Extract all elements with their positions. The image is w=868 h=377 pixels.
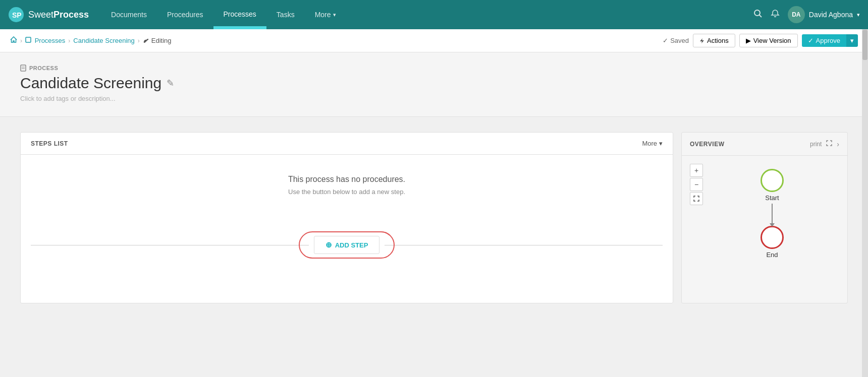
process-title: Candidate Screening ✎ — [20, 75, 848, 92]
user-menu[interactable]: DA David Agbona ▾ — [788, 6, 860, 23]
play-icon-small: ▶ — [746, 37, 751, 44]
print-button[interactable]: print — [810, 141, 822, 148]
avatar: DA — [788, 6, 805, 23]
svg-text:SP: SP — [12, 11, 22, 19]
nav-documents[interactable]: Documents — [101, 0, 157, 29]
saved-status: ✓ Saved — [663, 37, 689, 44]
notifications-button[interactable] — [771, 9, 780, 21]
home-icon — [10, 36, 17, 43]
zoom-controls: + − — [690, 164, 703, 205]
process-type-label: PROCESS — [20, 65, 848, 72]
nav-tasks[interactable]: Tasks — [266, 0, 305, 29]
process-header: PROCESS Candidate Screening ✎ Click to a… — [0, 52, 868, 117]
svg-line-3 — [759, 15, 762, 17]
nav-procedures[interactable]: Procedures — [157, 0, 213, 29]
candidate-screening-breadcrumb[interactable]: Candidate Screening — [73, 37, 134, 44]
overview-body: + − Start — [682, 156, 847, 297]
processes-icon — [25, 37, 31, 43]
pencil-icon — [143, 38, 149, 44]
zoom-out-button[interactable]: − — [690, 178, 703, 191]
svg-rect-4 — [26, 37, 31, 42]
overview-actions: print › — [810, 140, 839, 148]
top-nav: SP SweetProcess Documents Procedures Pro… — [0, 0, 868, 29]
breadcrumb: › Processes › Candidate Screening › Edit… — [10, 36, 172, 45]
approve-split-button: ✓ Approve ▾ — [802, 34, 858, 47]
add-step-button[interactable]: ⊕ ADD STEP — [314, 236, 380, 254]
svg-marker-5 — [700, 38, 704, 43]
main-content: STEPS LIST More ▾ This process has no pr… — [0, 117, 868, 319]
view-version-button[interactable]: ▶ View Version — [739, 34, 798, 47]
overview-header: OVERVIEW print › — [682, 133, 847, 156]
search-icon — [753, 9, 763, 18]
process-description[interactable]: Click to add tags or description... — [20, 95, 848, 102]
add-step-row: ⊕ ADD STEP — [21, 231, 673, 259]
flow-diagram: Start End — [705, 164, 839, 259]
start-circle — [761, 169, 784, 192]
steps-list-title: STEPS LIST — [31, 140, 68, 147]
start-label: Start — [765, 194, 779, 202]
actions-button[interactable]: Actions — [693, 34, 735, 47]
overview-title: OVERVIEW — [690, 141, 724, 148]
nav-right: DA David Agbona ▾ — [753, 6, 860, 23]
nav-items: Documents Procedures Processes Tasks Mor… — [101, 0, 753, 29]
add-step-line-right — [385, 245, 663, 245]
end-node: End — [761, 226, 784, 259]
nav-more[interactable]: More ▾ — [305, 0, 346, 29]
process-document-icon — [20, 65, 26, 72]
add-step-line-left — [31, 245, 309, 245]
nav-processes[interactable]: Processes — [213, 0, 266, 29]
steps-list-panel: STEPS LIST More ▾ This process has no pr… — [20, 132, 673, 303]
next-overview-button[interactable]: › — [837, 140, 839, 148]
bell-icon — [771, 9, 780, 18]
title-edit-icon[interactable]: ✎ — [167, 78, 174, 89]
current-breadcrumb: Editing — [143, 37, 172, 44]
steps-more-button[interactable]: More ▾ — [642, 140, 663, 147]
user-dropdown-icon: ▾ — [857, 12, 860, 18]
fit-view-button[interactable] — [690, 192, 703, 205]
steps-list-body: This process has no procedures. Use the … — [21, 155, 673, 231]
expand-overview-button[interactable] — [826, 140, 833, 148]
logo[interactable]: SP SweetProcess — [8, 7, 89, 23]
home-breadcrumb[interactable] — [10, 36, 17, 45]
plus-circle-icon: ⊕ — [326, 240, 332, 249]
approve-dropdown-button[interactable]: ▾ — [846, 34, 858, 47]
caret-down-icon: ▾ — [850, 37, 854, 44]
no-procedures-title: This process has no procedures. — [31, 175, 663, 184]
sep2: › — [68, 37, 70, 44]
approve-check-icon: ✓ — [808, 37, 813, 44]
zoom-in-button[interactable]: + — [690, 164, 703, 177]
user-name: David Agbona — [809, 11, 853, 19]
svg-point-2 — [754, 10, 760, 16]
flow-arrow — [772, 204, 773, 224]
sep3: › — [138, 37, 140, 44]
svg-rect-6 — [21, 65, 26, 71]
overview-panel: OVERVIEW print › + − — [681, 132, 848, 303]
steps-more-chevron-icon: ▾ — [659, 140, 663, 147]
scrollbar-thumb — [862, 30, 867, 60]
right-scrollbar[interactable] — [862, 29, 868, 319]
logo-text: SweetProcess — [28, 10, 89, 20]
logo-icon: SP — [8, 7, 24, 23]
expand-icon — [826, 140, 833, 147]
breadcrumb-bar: › Processes › Candidate Screening › Edit… — [0, 29, 868, 52]
steps-list-header: STEPS LIST More ▾ — [21, 133, 673, 155]
checkmark-icon: ✓ — [663, 37, 668, 44]
processes-breadcrumb[interactable]: Processes — [25, 37, 65, 44]
approve-button[interactable]: ✓ Approve — [802, 34, 846, 47]
end-label: End — [766, 251, 778, 259]
more-dropdown-icon: ▾ — [333, 12, 336, 18]
sep1: › — [20, 37, 22, 44]
no-procedures-subtitle: Use the button below to add a new step. — [31, 188, 663, 196]
search-button[interactable] — [753, 9, 763, 21]
end-circle — [761, 226, 784, 249]
breadcrumb-actions: ✓ Saved Actions ▶ View Version ✓ Approve… — [663, 34, 858, 47]
add-step-button-wrap: ⊕ ADD STEP — [314, 236, 380, 254]
bolt-icon — [699, 38, 704, 44]
fit-view-icon — [693, 196, 699, 202]
start-node: Start — [761, 169, 784, 202]
